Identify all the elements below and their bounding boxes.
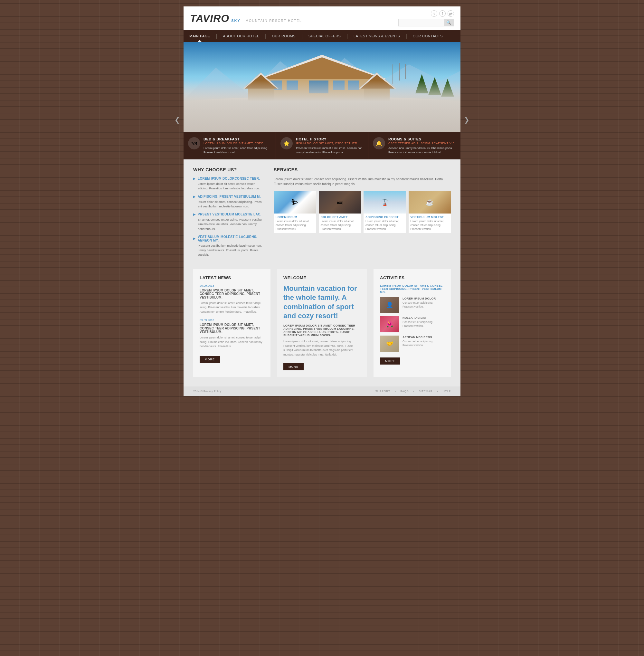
service-name-3: ADIPISCING PRESENT <box>366 216 404 219</box>
services-title: SERVICES <box>274 167 451 172</box>
accordion-item-1: ▶ LOREM IPSUM DOLORCONSEC TEER. Lorem ip… <box>193 177 264 191</box>
footer-link-help[interactable]: HELP <box>442 390 451 393</box>
svg-rect-9 <box>286 81 298 90</box>
accordion-arrow-1: ▶ <box>193 177 196 180</box>
service-info-3: ADIPISCING PRESENT Lorem ipsum dolor sit… <box>364 213 406 233</box>
service-info-4: VESTIBULUM MOLEST Lorem ipsum dolor sit … <box>409 213 451 233</box>
accordion-item-3: ▶ PRSENT VESTIBULUM MOLESTIE LAC. Sit am… <box>193 212 264 231</box>
hero-slider <box>184 42 460 132</box>
news-headline-2: LOREM IPSUM DOLOR SIT AMET, CONSEC TEER … <box>200 323 264 334</box>
svg-rect-8 <box>271 81 282 90</box>
svg-rect-18 <box>364 87 390 106</box>
activity-title-2: NULLA FACILISI <box>402 316 444 319</box>
logo-brand: TAVIRO <box>190 13 229 24</box>
accordion-item-2: ▶ ADIPISCING. PRSENT VESTIBULUM M. Ipsum… <box>193 195 264 209</box>
accordion-label-4: VESTIBULUM MOLESTIE LACUIRHS. AENEON MY. <box>198 235 264 242</box>
service-name-2: DOLOR SET AMET <box>321 216 359 219</box>
latest-news-title: LATEST NEWS <box>200 275 264 280</box>
accordion-header-1[interactable]: ▶ LOREM IPSUM DOLORCONSEC TEER. <box>193 177 264 180</box>
logo[interactable]: TAVIRO SKY MOUNTAIN RESORT HOTEL <box>190 13 302 24</box>
footer-separator-2: • <box>413 390 414 393</box>
nav-about[interactable]: ABOUT OUR HOTEL <box>217 30 265 42</box>
activity-desc-2: Consec tetuer adipiscing. Praesent vesti… <box>402 320 444 328</box>
feature-hotel-history-desc: Praesent vestibuum molestie lacuirhss. A… <box>296 146 364 154</box>
feature-hotel-history-title: HOTEL HISTORY <box>296 137 364 141</box>
navigation: MAIN PAGE | ABOUT OUR HOTEL | OUR ROOMS … <box>184 30 460 42</box>
news-more-button[interactable]: MORE <box>200 356 220 363</box>
facebook-icon[interactable]: f <box>439 10 446 17</box>
welcome-more-button[interactable]: MORE <box>283 363 304 370</box>
service-text-2: Lorem ipsum dolor sit amet, consec tetue… <box>321 220 359 231</box>
activity-item-3: 🤝 AENEAN NEC EROS Consec tetuer adipisci… <box>380 336 444 352</box>
activities-more-button[interactable]: MORE <box>380 358 400 365</box>
service-thumb-breakfast: ☕ <box>409 191 451 213</box>
footer-link-support[interactable]: SUPPORT <box>375 390 390 393</box>
feature-hotel-history: ⭐ HOTEL HISTORY IPSUM DOLOR SIT AMET, CS… <box>276 132 368 159</box>
nav-news[interactable]: LATEST NEWS & EVENTS <box>348 30 406 42</box>
svg-marker-26 <box>441 79 454 97</box>
feature-rooms-suites: 🔔 ROOMS & SUITES CSEC TETUER ADIPI SCING… <box>368 132 460 159</box>
accordion-header-4[interactable]: ▶ VESTIBULUM MOLESTIE LACUIRHS. AENEON M… <box>193 235 264 242</box>
accordion-body-3: Sit amet, consec tetuer acing. Praesent … <box>193 218 264 231</box>
news-date-2: 09.09.2013 <box>200 318 264 322</box>
footer-link-faqs[interactable]: FAQS <box>400 390 409 393</box>
service-thumb-spa: 🛏 <box>319 191 361 213</box>
nav-rooms[interactable]: OUR ROOMS <box>266 30 302 42</box>
activity-thumb-flower: 🌺 <box>380 316 399 332</box>
activity-title-1: LOREM IPSUM DOLOR <box>402 297 444 300</box>
service-thumb-ski: ⛷ <box>274 191 316 213</box>
footer-link-sitemap[interactable]: SITEMAP <box>419 390 433 393</box>
slider-arrow-left[interactable]: ❮ <box>175 116 180 124</box>
feature-rooms-suites-subtitle: CSEC TETUER ADIPI SCING PRAESENT VIB <box>388 142 456 145</box>
nav-main-page[interactable]: MAIN PAGE <box>184 30 216 42</box>
accordion-header-3[interactable]: ▶ PRSENT VESTIBULUM MOLESTIE LAC. <box>193 212 264 216</box>
accordion-header-2[interactable]: ▶ ADIPISCING. PRSENT VESTIBULUM M. <box>193 195 264 198</box>
accordion-item-4: ▶ VESTIBULUM MOLESTIE LACUIRHS. AENEON M… <box>193 235 264 257</box>
service-name-4: VESTIBULUM MOLEST <box>411 216 449 219</box>
welcome-col: WELCOME Mountain vacation for the whole … <box>277 269 367 377</box>
svg-rect-10 <box>309 81 328 93</box>
services-grid: ⛷ LOREM IPSUM Lorem ipsum dolor sit amet… <box>274 191 451 233</box>
search-button[interactable]: 🔍 <box>444 19 454 26</box>
search-bar: 🔍 <box>398 19 454 26</box>
footer-copyright: 2014 © Privacy Policy <box>193 390 222 393</box>
twitter-icon[interactable]: 𝕥 <box>431 10 437 17</box>
services-column: SERVICES Lorem ipsum dolor sit amet, con… <box>274 167 451 261</box>
svg-rect-11 <box>333 81 345 90</box>
nav-contacts[interactable]: OUR CONTACTS <box>407 30 448 42</box>
news-headline-1: LOREM IPSUM DOLOR SIT AMET, CONSEC TEER … <box>200 289 264 299</box>
logo-sky: SKY <box>231 19 240 23</box>
bed-breakfast-icon: 🍽 <box>188 137 200 150</box>
feature-bar: 🍽 BED & BREAKFAST LOREM IPSUM DOLOR SIT … <box>184 132 460 159</box>
service-text-3: Lorem ipsum dolor sit amet, consec tetue… <box>366 220 404 231</box>
service-thumb-lift: 🚡 <box>364 191 406 213</box>
services-desc: Lorem ipsum dolor sit amet, consec teer … <box>274 177 451 186</box>
feature-hotel-history-subtitle: IPSUM DOLOR SIT AMET, CSEC TETUER <box>296 142 364 145</box>
accordion-body-1: Lorem ipsum dolor sit amet, consec tetue… <box>193 182 264 191</box>
search-input[interactable] <box>399 19 444 26</box>
service-text-4: Lorem ipsum dolor sit amet, consec tetue… <box>411 220 449 231</box>
feature-bed-breakfast-content: BED & BREAKFAST LOREM IPSUM DOLOR SIT AM… <box>204 137 271 154</box>
nav-offers[interactable]: SPECIAL OFFERS <box>303 30 347 42</box>
feature-bed-breakfast: 🍽 BED & BREAKFAST LOREM IPSUM DOLOR SIT … <box>184 132 276 159</box>
activity-item-2: 🌺 NULLA FACILISI Consec tetuer adipiscin… <box>380 316 444 332</box>
news-body-1: Lorem ipsum dolor sit amet, consec tetue… <box>200 301 264 314</box>
svg-rect-3 <box>184 106 460 132</box>
service-card-1: ⛷ LOREM IPSUM Lorem ipsum dolor sit amet… <box>274 191 316 233</box>
footer-separator-1: • <box>395 390 396 393</box>
footer-links: SUPPORT • FAQS • SITEMAP • HELP <box>375 390 451 393</box>
accordion-arrow-4: ▶ <box>193 237 196 240</box>
slider-arrow-right[interactable]: ❯ <box>464 116 469 124</box>
accordion-arrow-3: ▶ <box>193 212 196 216</box>
welcome-title: WELCOME <box>283 275 361 280</box>
activities-top-link[interactable]: LOREM IPSUM DOLOR SIT AMET, CONSEC TEER … <box>380 284 444 294</box>
google-icon[interactable]: g+ <box>447 10 454 17</box>
svg-rect-15 <box>248 87 274 106</box>
feature-bed-breakfast-desc: Lorem ipsum dolor sit amet, conc tetur a… <box>204 146 271 154</box>
activity-info-1: LOREM IPSUM DOLOR Consec tetuer adipisci… <box>402 297 444 313</box>
activity-desc-3: Consec tetuer adipiscing. Praesent vesti… <box>402 340 444 347</box>
welcome-body: Lorem ipsum dolor sit amet, consec tetue… <box>283 339 361 357</box>
accordion-body-2: Ipsum dolor sit amet, consec tadipiscing… <box>193 200 264 209</box>
activity-thumb-person: 👤 <box>380 297 399 313</box>
activity-info-3: AENEAN NEC EROS Consec tetuer adipiscing… <box>402 336 444 352</box>
